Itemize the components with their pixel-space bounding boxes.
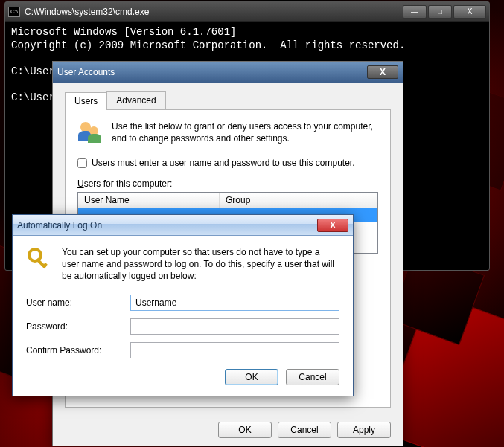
column-username[interactable]: User Name [78,193,220,208]
column-group[interactable]: Group [220,193,377,208]
key-icon [26,246,53,273]
cancel-button[interactable]: Cancel [286,369,339,385]
ok-button[interactable]: OK [218,422,272,438]
tab-users[interactable]: Users [65,92,107,110]
maximize-button[interactable]: □ [428,5,452,19]
dialog-buttons: OK Cancel Apply [53,414,403,446]
close-button[interactable]: X [367,65,398,79]
tabs: Users Advanced [65,91,391,110]
apply-button[interactable]: Apply [337,422,391,438]
username-input[interactable] [130,295,339,311]
require-password-checkbox[interactable] [77,158,87,168]
close-button[interactable]: X [453,5,486,19]
password-label: Password: [26,321,130,332]
cmd-icon: C:\ [8,7,20,17]
auto-logon-titlebar[interactable]: Automatically Log On X [13,215,353,236]
tab-advanced[interactable]: Advanced [106,91,165,109]
user-accounts-title: User Accounts [57,67,367,77]
auto-logon-title: Automatically Log On [17,220,317,231]
auto-logon-dialog: Automatically Log On X You can set up yo… [12,214,354,396]
username-label: User name: [26,298,130,308]
ok-button[interactable]: OK [225,369,278,385]
user-accounts-titlebar[interactable]: User Accounts X [53,62,403,83]
users-list-label: UUsers for this computer:sers for this c… [77,179,378,189]
cmd-title-text: C:\Windows\system32\cmd.exe [25,7,401,17]
confirm-password-label: Confirm Password: [26,345,130,356]
require-password-label: Users must enter a user name and passwor… [92,158,355,168]
intro-text: Use the list below to grant or deny user… [112,120,378,147]
minimize-button[interactable]: — [403,5,427,19]
cancel-button[interactable]: Cancel [278,422,331,438]
close-button[interactable]: X [317,219,348,232]
password-input[interactable] [130,318,339,335]
confirm-password-input[interactable] [130,342,339,358]
auto-logon-intro: You can set up your computer so that use… [62,246,339,283]
users-icon [77,120,104,147]
cmd-titlebar[interactable]: C:\ C:\Windows\system32\cmd.exe — □ X [5,2,489,22]
